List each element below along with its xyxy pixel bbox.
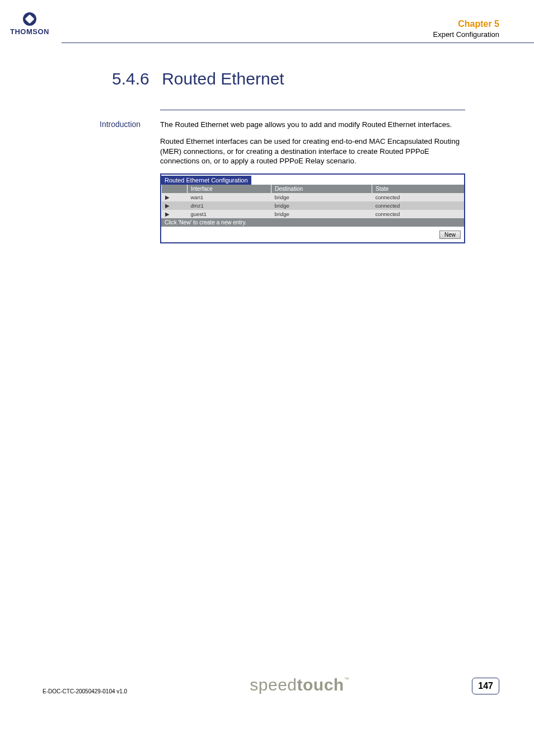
- intro-paragraph-2: Routed Ethernet interfaces can be used f…: [160, 137, 465, 166]
- intro-paragraph-1: The Routed Ethernet web page allows you …: [160, 120, 465, 130]
- intro-body: The Routed Ethernet web page allows you …: [160, 120, 465, 173]
- intro-heading: Introduction: [100, 120, 140, 129]
- cell-interface: guest1: [188, 210, 271, 218]
- config-hint: Click 'New' to create a new entry.: [161, 218, 464, 227]
- page-footer: E-DOC-CTC-20050429-0104 v1.0 speedtouch™…: [43, 675, 499, 694]
- chapter-label: Chapter 5: [433, 19, 499, 29]
- thomson-logo-icon: [23, 12, 36, 26]
- section-name: Routed Ethernet: [162, 69, 284, 88]
- page-header: THOMSON Chapter 5 Expert Configuration: [0, 0, 534, 48]
- col-destination: Destination: [271, 185, 372, 193]
- page-number: 147: [472, 678, 499, 694]
- new-button[interactable]: New: [439, 231, 461, 239]
- speedtouch-logo-a: speed: [250, 675, 297, 694]
- cell-state: connected: [372, 210, 465, 218]
- header-right: Chapter 5 Expert Configuration: [433, 19, 499, 39]
- doc-id: E-DOC-CTC-20050429-0104 v1.0: [43, 688, 127, 694]
- config-footer: New: [161, 227, 464, 242]
- section-number: 5.4.6: [112, 69, 149, 88]
- expand-arrow-icon[interactable]: ▶: [162, 193, 188, 201]
- table-row[interactable]: ▶ guest1 bridge connected: [162, 210, 465, 218]
- col-blank: [162, 185, 188, 193]
- speedtouch-logo: speedtouch™: [250, 675, 349, 694]
- config-title: Routed Ethernet Configuration: [161, 176, 251, 185]
- speedtouch-logo-b: touch: [297, 675, 344, 694]
- header-divider: [62, 43, 534, 43]
- table-header-row: Interface Destination State: [162, 185, 465, 193]
- cell-state: connected: [372, 193, 465, 201]
- table-row[interactable]: ▶ dmz1 bridge connected: [162, 201, 465, 210]
- section-rule: [160, 110, 465, 110]
- cell-interface: wan1: [188, 193, 271, 201]
- thomson-logo: THOMSON: [10, 12, 49, 36]
- cell-destination: bridge: [271, 210, 372, 218]
- col-interface: Interface: [188, 185, 271, 193]
- expand-arrow-icon[interactable]: ▶: [162, 210, 188, 218]
- table-row[interactable]: ▶ wan1 bridge connected: [162, 193, 465, 201]
- routed-ethernet-config-panel: Routed Ethernet Configuration Interface …: [160, 173, 465, 243]
- config-table: Interface Destination State ▶ wan1 bridg…: [161, 185, 464, 218]
- cell-state: connected: [372, 201, 465, 210]
- trademark-symbol: ™: [344, 677, 350, 682]
- section-title: 5.4.6 Routed Ethernet: [112, 69, 284, 88]
- thomson-brand: THOMSON: [10, 27, 49, 36]
- expand-arrow-icon[interactable]: ▶: [162, 201, 188, 210]
- cell-destination: bridge: [271, 193, 372, 201]
- chapter-subtitle: Expert Configuration: [433, 30, 499, 39]
- col-state: State: [372, 185, 465, 193]
- cell-interface: dmz1: [188, 201, 271, 210]
- cell-destination: bridge: [271, 201, 372, 210]
